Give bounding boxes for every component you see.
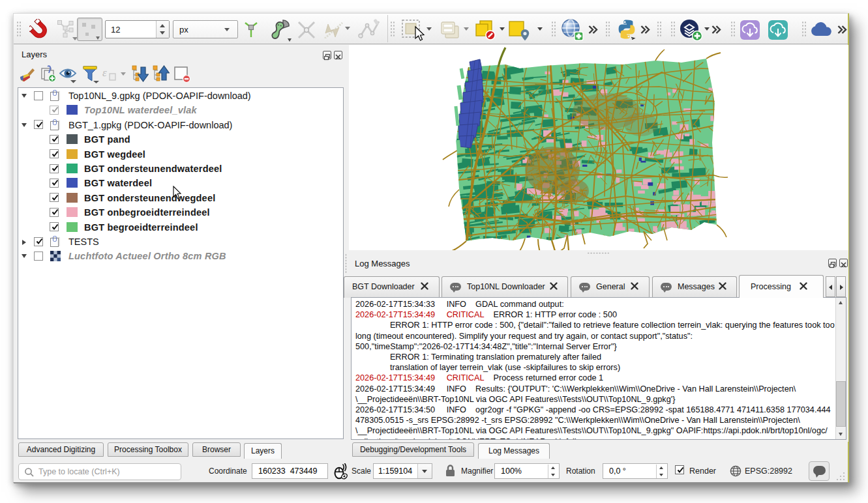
svg-text:ε: ε (102, 66, 107, 79)
